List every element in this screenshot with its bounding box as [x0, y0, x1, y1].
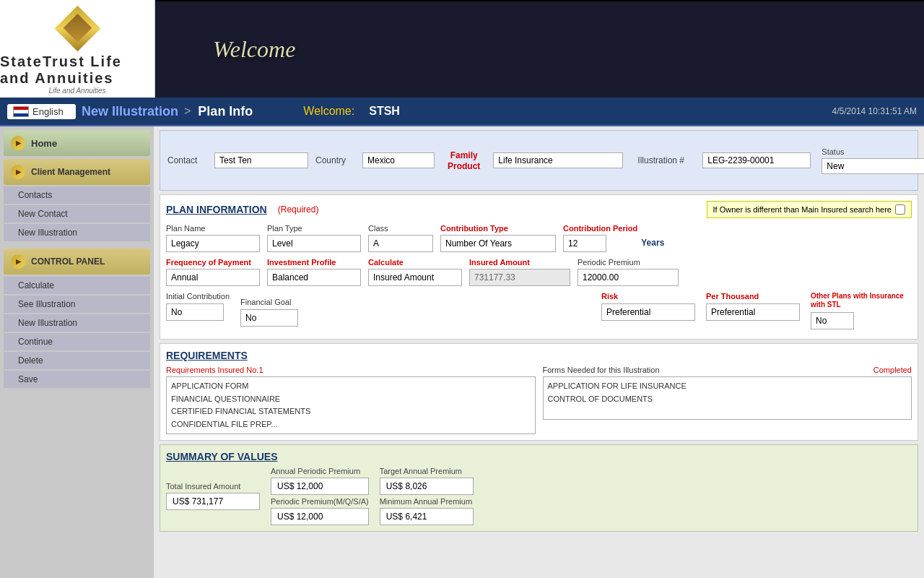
- home-button[interactable]: ▶ Home: [4, 130, 150, 156]
- minimum-annual-value: US$ 6,421: [380, 508, 474, 525]
- datetime-label: 4/5/2014 10:31:51 AM: [832, 106, 917, 116]
- plan-type-input[interactable]: [267, 235, 361, 252]
- logo-area: StateTrust Life and Annuities Life and A…: [0, 0, 155, 98]
- req-item-3: CERTIFIED FINANCIAL STATEMENTS: [171, 405, 531, 418]
- control-panel-label: CONTROL PANEL: [31, 256, 105, 267]
- initial-contribution-label: Initial Contribution: [166, 292, 230, 301]
- sidebar-item-save[interactable]: Save: [4, 371, 150, 388]
- right-extras: Risk Per Thousand Other Plans with Insur…: [601, 292, 912, 329]
- class-label: Class: [368, 224, 433, 233]
- country-input[interactable]: [362, 152, 435, 168]
- calculate-input[interactable]: [368, 269, 462, 286]
- home-label: Home: [31, 138, 57, 149]
- per-thousand-label: Per Thousand: [706, 292, 800, 301]
- contribution-type-group: Contribution Type: [440, 224, 556, 252]
- life-insurance-input[interactable]: [493, 152, 623, 168]
- forms-label: Forms Needed for this Illustration: [543, 366, 660, 374]
- contribution-type-input[interactable]: [440, 235, 556, 252]
- insured-amount-input[interactable]: [469, 269, 570, 286]
- requirements-section: REQUIREMENTS Requirements Insured No.1 A…: [160, 343, 918, 441]
- main-layout: ▶ Home ▶ Client Management Contacts New …: [0, 126, 924, 578]
- sidebar-item-calculate[interactable]: Calculate: [4, 277, 150, 294]
- insured-requirements-list: APPLICATION FORM FINANCIAL QUESTIONNAIRE…: [166, 376, 536, 434]
- form-item-1: APPLICATION FOR LIFE INSURANCE: [548, 380, 907, 393]
- other-plans-group: Other Plans with Insurance with STL: [811, 292, 912, 329]
- investment-profile-input[interactable]: [267, 269, 361, 286]
- family-product-container: FamilyProduct: [448, 150, 480, 172]
- form-item-2: CONTROL OF DOCUMENTS: [548, 393, 907, 406]
- control-panel-icon: ▶: [11, 254, 25, 269]
- client-mgmt-icon: ▶: [11, 165, 25, 179]
- plan-type-group: Plan Type: [267, 224, 361, 252]
- risk-group: Risk: [601, 292, 695, 321]
- investment-profile-group: Investment Profile: [267, 258, 361, 286]
- control-panel-button[interactable]: ▶ CONTROL PANEL: [4, 249, 150, 275]
- logo-subtitle: Life and Annuities: [48, 87, 105, 95]
- other-plans-label: Other Plans with Insurance with STL: [811, 292, 912, 309]
- requirements-forms: Forms Needed for this Illustration Compl…: [543, 366, 912, 434]
- sidebar-item-see-illustration[interactable]: See Illustration: [4, 296, 150, 313]
- per-thousand-input[interactable]: [706, 303, 800, 321]
- insured-label: Requirements Insured No.1: [166, 366, 536, 374]
- initial-contribution-input[interactable]: [166, 303, 224, 321]
- plan-info-title[interactable]: PLAN INFORMATION: [166, 204, 267, 215]
- summary-title[interactable]: SUMMARY OF VALUES: [166, 451, 912, 462]
- language-selector[interactable]: English: [7, 104, 76, 119]
- annual-periodic-label: Annual Periodic Premium: [271, 467, 369, 475]
- header-nav: English New Illustration > Plan Info Wel…: [0, 98, 924, 126]
- banner-photos: [155, 0, 924, 1]
- risk-input[interactable]: [601, 303, 695, 321]
- required-label: (Required): [278, 204, 319, 215]
- requirements-title[interactable]: REQUIREMENTS: [166, 350, 912, 361]
- financial-goal-input[interactable]: [240, 309, 298, 327]
- insured-amount-label: Insured Amount: [469, 258, 570, 267]
- plan-info-header: PLAN INFORMATION (Required) If Owner is …: [166, 201, 912, 218]
- periodic-mqs-label: Periodic Premium(M/Q/S/A): [271, 497, 369, 506]
- annual-periodic-value: US$ 12,000: [271, 478, 369, 495]
- sidebar-item-delete[interactable]: Delete: [4, 352, 150, 369]
- class-input[interactable]: [368, 235, 433, 252]
- calculate-group: Calculate: [368, 258, 462, 286]
- logo-text: StateTrust Life and Annuities: [0, 53, 154, 87]
- plan-name-input[interactable]: [166, 235, 260, 252]
- status-input[interactable]: [821, 158, 924, 174]
- minimum-annual-label: Minimum Annual Premium: [380, 497, 474, 506]
- illustration-label: Illustration #: [637, 155, 695, 165]
- owner-checkbox[interactable]: [895, 204, 905, 215]
- frequency-input[interactable]: [166, 269, 260, 286]
- summary-row: Total Insured Amount US$ 731,177 Annual …: [166, 467, 912, 525]
- years-unit-label: Years: [641, 238, 664, 252]
- uk-flag-icon: [13, 106, 29, 117]
- total-insured-value: US$ 731,177: [166, 493, 260, 510]
- illustration-input[interactable]: [702, 152, 811, 168]
- country-label: Country: [315, 155, 355, 165]
- contact-input[interactable]: [214, 152, 308, 168]
- sidebar-item-new-illustration[interactable]: New Illustration: [4, 224, 150, 241]
- class-group: Class: [368, 224, 433, 252]
- req-item-4: CONFIDENTIAL FILE PREP...: [171, 418, 531, 431]
- owner-check-text: If Owner is different than Main Insured …: [713, 205, 892, 214]
- username-label: STSH: [369, 105, 400, 118]
- sidebar-item-new-contact[interactable]: New Contact: [4, 205, 150, 223]
- plan-info-section: PLAN INFORMATION (Required) If Owner is …: [160, 194, 918, 340]
- other-plans-input[interactable]: [811, 312, 854, 329]
- sidebar: ▶ Home ▶ Client Management Contacts New …: [0, 126, 154, 578]
- sidebar-item-continue[interactable]: Continue: [4, 333, 150, 350]
- contribution-period-group: Contribution Period Years: [563, 224, 664, 252]
- family-product-label: FamilyProduct: [448, 150, 480, 171]
- contribution-type-label: Contribution Type: [440, 224, 556, 233]
- financial-goal-label: Financial Goal: [240, 298, 298, 306]
- client-management-button[interactable]: ▶ Client Management: [4, 159, 150, 185]
- frequency-group: Frequency of Payment: [166, 258, 260, 286]
- contribution-period-input[interactable]: [563, 235, 606, 252]
- completed-label: Completed: [873, 366, 912, 374]
- target-annual-label: Target Annual Premium: [380, 467, 474, 475]
- sidebar-item-new-illustration2[interactable]: New Illustration: [4, 314, 150, 332]
- contact-label: Contact: [167, 155, 207, 165]
- sidebar-item-contacts[interactable]: Contacts: [4, 186, 150, 204]
- form-row-2: Frequency of Payment Investment Profile …: [166, 258, 912, 286]
- periodic-premium-input[interactable]: [578, 269, 679, 286]
- plan-info-nav: Plan Info: [198, 104, 253, 119]
- financial-goal-col: Financial Goal: [240, 292, 298, 329]
- language-label: English: [32, 106, 64, 117]
